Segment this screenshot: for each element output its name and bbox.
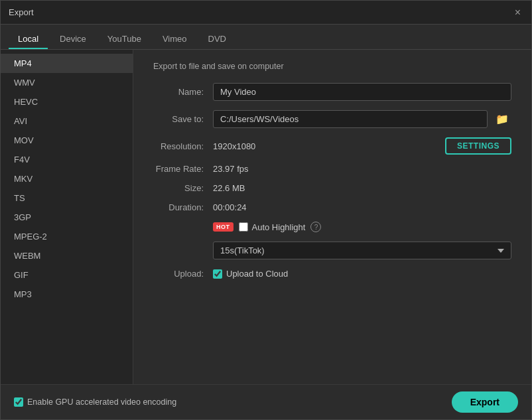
name-control	[213, 83, 511, 101]
save-to-row: Save to: 📁	[153, 110, 511, 128]
save-to-control: 📁	[213, 110, 511, 128]
frame-rate-label: Frame Rate:	[153, 164, 213, 174]
name-input[interactable]	[213, 83, 511, 101]
tab-local[interactable]: Local	[9, 30, 48, 49]
sidebar-item-gif[interactable]: GIF	[1, 265, 133, 285]
export-dialog: Export × Local Device YouTube Vimeo DVD …	[0, 0, 532, 420]
size-value: 22.6 MB	[213, 183, 245, 193]
auto-highlight-checkbox[interactable]	[239, 222, 248, 232]
sidebar-item-wmv[interactable]: WMV	[1, 73, 133, 92]
tab-bar: Local Device YouTube Vimeo DVD	[1, 25, 531, 50]
sidebar-item-f4v[interactable]: F4V	[1, 150, 133, 169]
content-area: MP4 WMV HEVC AVI MOV F4V MKV TS	[1, 50, 531, 384]
auto-highlight-checkbox-label[interactable]: Auto Highlight	[239, 222, 306, 232]
tab-youtube[interactable]: YouTube	[98, 30, 151, 49]
dialog-title: Export	[9, 7, 34, 17]
auto-highlight-text: Auto Highlight	[252, 222, 306, 232]
format-sidebar: MP4 WMV HEVC AVI MOV F4V MKV TS	[1, 50, 133, 384]
name-label: Name:	[153, 87, 213, 97]
tab-vimeo[interactable]: Vimeo	[153, 30, 196, 49]
size-label: Size:	[153, 183, 213, 193]
sidebar-item-avi[interactable]: AVI	[1, 111, 133, 131]
tiktok-dropdown-row: 15s(TikTok) 30s 60s Custom	[153, 242, 511, 259]
name-row: Name:	[153, 83, 511, 101]
sidebar-item-hevc[interactable]: HEVC	[1, 92, 133, 111]
save-to-input[interactable]	[213, 110, 488, 128]
frame-rate-row: Frame Rate: 23.97 fps	[153, 164, 511, 174]
upload-cloud-label[interactable]: Upload to Cloud	[213, 269, 511, 279]
gpu-encoding-text: Enable GPU accelerated video encoding	[27, 397, 176, 407]
sidebar-item-3gp[interactable]: 3GP	[1, 208, 133, 227]
resolution-row: Resolution: 1920x1080 SETTINGS	[153, 137, 511, 155]
export-subtitle: Export to file and save on computer	[153, 62, 511, 71]
frame-rate-value: 23.97 fps	[213, 164, 249, 174]
frame-rate-control: 23.97 fps	[213, 164, 511, 174]
duration-label: Duration:	[153, 202, 213, 212]
upload-row: Upload: Upload to Cloud	[153, 269, 511, 279]
save-to-label: Save to:	[153, 114, 213, 124]
sidebar-item-mpeg2[interactable]: MPEG-2	[1, 227, 133, 246]
upload-cloud-checkbox[interactable]	[213, 269, 222, 279]
sidebar-item-webm[interactable]: WEBM	[1, 246, 133, 265]
gpu-encoding-checkbox[interactable]	[14, 397, 23, 407]
resolution-control: 1920x1080 SETTINGS	[213, 137, 511, 155]
bottom-bar: Enable GPU accelerated video encoding Ex…	[1, 384, 531, 419]
folder-button[interactable]: 📁	[493, 111, 511, 127]
auto-highlight-control: HOT Auto Highlight ?	[213, 222, 511, 232]
tab-dvd[interactable]: DVD	[199, 30, 235, 49]
title-bar: Export ×	[1, 1, 531, 25]
gpu-encoding-label[interactable]: Enable GPU accelerated video encoding	[14, 397, 176, 407]
settings-button[interactable]: SETTINGS	[445, 137, 511, 155]
sidebar-item-mkv[interactable]: MKV	[1, 169, 133, 188]
help-icon[interactable]: ?	[310, 222, 321, 232]
tiktok-duration-select[interactable]: 15s(TikTok) 30s 60s Custom	[213, 242, 511, 259]
tab-device[interactable]: Device	[50, 30, 96, 49]
close-button[interactable]: ×	[512, 6, 523, 19]
export-button[interactable]: Export	[452, 391, 518, 413]
main-panel: Export to file and save on computer Name…	[133, 50, 531, 384]
sidebar-item-mp3[interactable]: MP3	[1, 285, 133, 304]
upload-label: Upload:	[153, 269, 213, 279]
resolution-label: Resolution:	[153, 141, 213, 151]
sidebar-item-ts[interactable]: TS	[1, 188, 133, 208]
upload-control: Upload to Cloud	[213, 269, 511, 279]
sidebar-item-mp4[interactable]: MP4	[1, 54, 133, 73]
auto-highlight-row: HOT Auto Highlight ?	[153, 222, 511, 232]
duration-control: 00:00:24	[213, 202, 511, 212]
size-control: 22.6 MB	[213, 183, 511, 193]
resolution-value: 1920x1080	[213, 141, 445, 151]
duration-value: 00:00:24	[213, 202, 247, 212]
size-row: Size: 22.6 MB	[153, 183, 511, 193]
hot-badge: HOT	[213, 222, 233, 232]
duration-row: Duration: 00:00:24	[153, 202, 511, 212]
sidebar-item-mov[interactable]: MOV	[1, 131, 133, 150]
tiktok-dropdown-control: 15s(TikTok) 30s 60s Custom	[213, 242, 511, 259]
upload-cloud-text: Upload to Cloud	[226, 269, 288, 279]
